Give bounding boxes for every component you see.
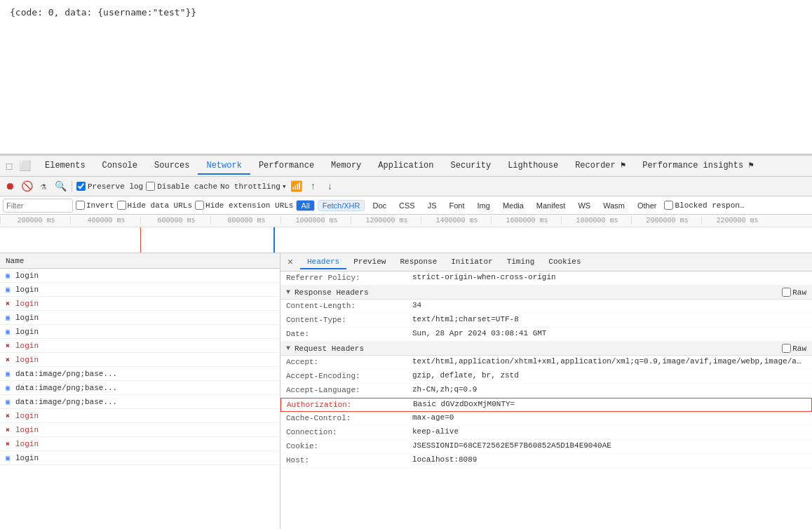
detail-tabs: × Headers Preview Response Initiator Tim…	[280, 253, 812, 272]
tick-10: 2000000 ms	[631, 217, 701, 225]
tab-lighthouse[interactable]: Lighthouse	[499, 158, 567, 175]
hide-ext-urls-checkbox[interactable]: Hide extension URLs	[195, 201, 293, 210]
request-row[interactable]: ▣ login	[0, 311, 280, 325]
font-button[interactable]: Font	[445, 200, 470, 211]
content-length-row: Content-Length: 34	[280, 300, 812, 314]
detail-tab-headers[interactable]: Headers	[300, 255, 346, 269]
device-icon[interactable]: ⬜	[18, 160, 31, 173]
invert-label: Invert	[86, 201, 114, 210]
disable-cache-input[interactable]	[146, 182, 155, 191]
response-raw-checkbox[interactable]: Raw	[782, 288, 806, 297]
devtools-tab-bar: ⬚ ⬜ Elements Console Sources Network Per…	[0, 156, 812, 177]
wasm-button[interactable]: Wasm	[598, 200, 630, 211]
cookie-key: Cookie:	[286, 441, 412, 450]
request-name: login	[15, 440, 39, 448]
tab-security[interactable]: Security	[442, 158, 500, 175]
request-name: data:image/png;base...	[15, 384, 117, 392]
throttle-selector[interactable]: No throttling ▾	[220, 182, 286, 191]
detail-tab-cookies[interactable]: Cookies	[541, 255, 588, 269]
request-name: login	[15, 412, 39, 420]
blocked-checkbox[interactable]: Blocked respon…	[664, 201, 744, 210]
img-button[interactable]: Img	[473, 200, 495, 211]
ws-button[interactable]: WS	[573, 200, 595, 211]
disable-cache-checkbox[interactable]: Disable cache	[146, 182, 217, 191]
tab-application[interactable]: Application	[370, 158, 442, 175]
all-filter-button[interactable]: All	[296, 200, 314, 211]
referrer-policy-val: strict-origin-when-cross-origin	[412, 273, 806, 281]
request-row[interactable]: ▣ login	[0, 325, 280, 339]
timeline-graph	[0, 227, 812, 253]
hide-ext-urls-input[interactable]	[195, 201, 204, 210]
media-button[interactable]: Media	[498, 200, 529, 211]
hide-data-urls-input[interactable]	[117, 201, 126, 210]
request-row[interactable]: ▣ login	[0, 451, 280, 465]
request-row-error[interactable]: ✖ login	[0, 409, 280, 423]
detail-tab-response[interactable]: Response	[393, 255, 444, 269]
request-row-error[interactable]: ✖ login	[0, 423, 280, 437]
request-row[interactable]: ▣ login	[0, 283, 280, 297]
tab-performance[interactable]: Performance	[250, 158, 323, 175]
response-headers-section[interactable]: ▼ Response Headers Raw	[280, 286, 812, 300]
response-headers-title: Response Headers	[295, 288, 369, 297]
request-list-header: Name	[0, 253, 280, 269]
fetch-xhr-button[interactable]: Fetch/XHR	[318, 200, 365, 211]
js-button[interactable]: JS	[423, 200, 442, 211]
timeline-area: 200000 ms 400000 ms 600000 ms 800000 ms …	[0, 215, 812, 253]
content-type-val: text/html;charset=UTF-8	[412, 315, 806, 323]
other-button[interactable]: Other	[632, 200, 662, 211]
tab-performance-insights[interactable]: Performance insights ⚑	[634, 157, 762, 175]
import-icon[interactable]: ↑	[306, 180, 320, 194]
request-row[interactable]: ▣ data:image/png;base...	[0, 395, 280, 409]
disable-cache-label: Disable cache	[157, 182, 217, 191]
invert-checkbox[interactable]: Invert	[76, 201, 114, 210]
request-name: login	[15, 356, 39, 364]
request-raw-checkbox[interactable]: Raw	[782, 344, 806, 353]
blocked-label: Blocked respon…	[675, 201, 744, 210]
tab-console[interactable]: Console	[94, 158, 146, 175]
request-row-error[interactable]: ✖ login	[0, 339, 280, 353]
invert-input[interactable]	[76, 201, 85, 210]
preserve-log-input[interactable]	[76, 182, 86, 191]
filter-input[interactable]	[3, 199, 73, 213]
request-raw-input[interactable]	[782, 344, 791, 353]
request-row[interactable]: ▣ login	[0, 269, 280, 283]
doc-button[interactable]: Doc	[367, 200, 391, 211]
request-row[interactable]: ▣ data:image/png;base...	[0, 367, 280, 381]
request-row-error[interactable]: ✖ login	[0, 437, 280, 451]
preserve-log-checkbox[interactable]: Preserve log	[76, 182, 143, 191]
manifest-button[interactable]: Manifest	[532, 200, 571, 211]
close-detail-button[interactable]: ×	[283, 255, 297, 269]
hide-ext-urls-label: Hide extension URLs	[205, 201, 293, 210]
tab-elements[interactable]: Elements	[36, 158, 94, 175]
request-row[interactable]: ▣ data:image/png;base...	[0, 381, 280, 395]
export-icon[interactable]: ↓	[323, 180, 337, 194]
date-key: Date:	[286, 329, 412, 338]
request-row-error[interactable]: ✖ login	[0, 297, 280, 311]
request-name: login	[15, 286, 39, 294]
detail-tab-timing[interactable]: Timing	[500, 255, 542, 269]
filter-icon[interactable]: ⚗	[36, 180, 50, 194]
record-button[interactable]: ⏺	[3, 180, 17, 194]
cache-control-val: max-age=0	[412, 413, 806, 422]
tab-recorder[interactable]: Recorder ⚑	[567, 157, 634, 175]
hide-data-urls-checkbox[interactable]: Hide data URLs	[117, 201, 192, 210]
detail-tab-preview[interactable]: Preview	[346, 255, 393, 269]
inspect-icon[interactable]: ⬚	[3, 160, 15, 173]
response-raw-input[interactable]	[782, 288, 791, 297]
request-name: data:image/png;base...	[15, 398, 117, 406]
blocked-input[interactable]	[664, 201, 673, 210]
tab-memory[interactable]: Memory	[323, 158, 370, 175]
tab-sources[interactable]: Sources	[146, 158, 198, 175]
search-button[interactable]: 🔍	[53, 180, 67, 194]
throttle-label: No throttling	[220, 182, 280, 191]
tab-network[interactable]: Network	[198, 158, 250, 175]
request-row-error[interactable]: ✖ login	[0, 353, 280, 367]
tick-6: 1200000 ms	[351, 217, 421, 225]
css-button[interactable]: CSS	[394, 200, 420, 211]
detail-tab-initiator[interactable]: Initiator	[444, 255, 499, 269]
host-key: Host:	[286, 455, 412, 464]
request-headers-section[interactable]: ▼ Request Headers Raw	[280, 342, 812, 356]
authorization-row: Authorization: Basic dGVzdDoxMjM0NTY=	[280, 398, 812, 412]
clear-button[interactable]: 🚫	[20, 180, 34, 194]
network-conditions-icon[interactable]: 📶	[290, 180, 304, 194]
